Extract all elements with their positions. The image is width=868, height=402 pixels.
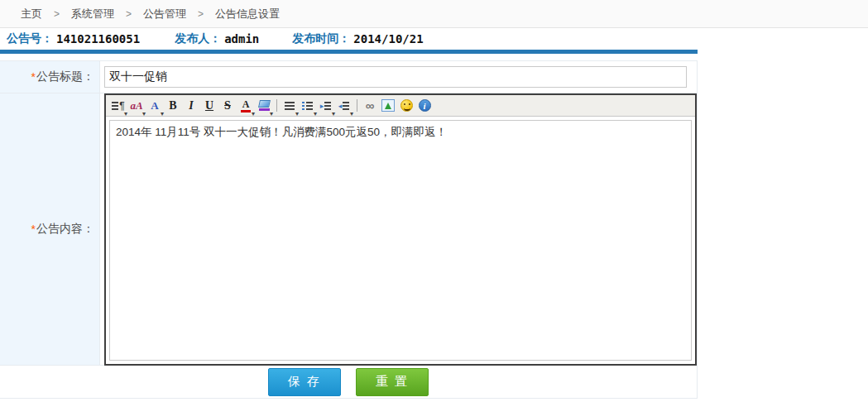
insert-image-icon[interactable] xyxy=(379,97,397,115)
notice-no-label: 公告号： xyxy=(7,31,53,46)
link-icon[interactable]: ∞ xyxy=(361,97,379,115)
breadcrumb-separator: > xyxy=(198,8,204,20)
align-icon[interactable] xyxy=(281,97,299,115)
breadcrumb-current-page: 公告信息设置 xyxy=(215,7,280,22)
toolbar-separator xyxy=(276,99,277,112)
publisher-label: 发布人： xyxy=(175,31,221,46)
emoticon-icon[interactable] xyxy=(397,97,415,115)
content-label: 公告内容： xyxy=(36,222,94,237)
content-editor-cell: ¶ aA A B I U xyxy=(100,93,697,365)
notice-no-value: 141021160051 xyxy=(56,32,140,45)
paragraph-format-icon[interactable]: ¶ xyxy=(109,97,127,115)
italic-icon[interactable]: I xyxy=(182,97,200,115)
breadcrumb-separator: > xyxy=(126,8,132,20)
required-marker: * xyxy=(31,70,36,84)
font-name-icon[interactable]: aA xyxy=(127,97,146,115)
blue-divider xyxy=(0,50,698,54)
save-button[interactable]: 保 存 xyxy=(268,368,341,396)
title-label-cell: * 公告标题： xyxy=(0,61,100,93)
list-icon[interactable] xyxy=(299,97,317,115)
paragraph-bars xyxy=(112,102,118,110)
notice-info-bar: 公告号： 141021160051 发布人： admin 发布时间： 2014/… xyxy=(0,28,698,50)
breadcrumb: 主页 > 系统管理 > 公告管理 > 公告信息设置 xyxy=(0,0,868,28)
underline-icon[interactable]: U xyxy=(200,97,218,115)
title-row: * 公告标题： xyxy=(0,61,697,93)
title-input[interactable] xyxy=(104,66,687,88)
breadcrumb-home[interactable]: 主页 xyxy=(21,7,42,22)
breadcrumb-notice-management[interactable]: 公告管理 xyxy=(143,7,186,22)
reset-button[interactable]: 重 置 xyxy=(356,368,429,396)
background-color-icon[interactable] xyxy=(255,97,273,115)
title-label: 公告标题： xyxy=(36,69,94,84)
indent-icon[interactable]: ▸ xyxy=(317,97,335,115)
title-input-cell xyxy=(100,61,697,93)
font-color-icon[interactable]: A xyxy=(237,97,255,115)
buttons-row: 保 存 重 置 xyxy=(0,366,697,398)
font-size-icon[interactable]: A xyxy=(146,97,164,115)
editor-toolbar: ¶ aA A B I U xyxy=(106,95,695,117)
content-label-cell: * 公告内容： xyxy=(0,93,100,365)
breadcrumb-system-management[interactable]: 系统管理 xyxy=(71,7,114,22)
publish-time-value: 2014/10/21 xyxy=(353,32,423,45)
content-row: * 公告内容： ¶ aA A B xyxy=(0,93,697,366)
outdent-icon[interactable]: ◂ xyxy=(335,97,353,115)
publisher-value: admin xyxy=(224,32,259,45)
editor-content-area[interactable]: 2014年 11月11号 双十一大促销！凡消费满500元返50，即满即返！ xyxy=(109,120,692,361)
rich-text-editor: ¶ aA A B I U xyxy=(104,93,697,366)
strikethrough-icon[interactable]: S xyxy=(218,97,237,115)
required-marker: * xyxy=(31,223,36,236)
breadcrumb-separator: > xyxy=(54,8,60,20)
notice-form: * 公告标题： * 公告内容： ¶ aA xyxy=(0,60,698,399)
bold-icon[interactable]: B xyxy=(164,97,182,115)
about-info-icon[interactable]: i xyxy=(415,97,434,115)
toolbar-separator xyxy=(357,99,357,112)
publish-time-label: 发布时间： xyxy=(292,31,350,46)
editor-body-wrap: 2014年 11月11号 双十一大促销！凡消费满500元返50，即满即返！ xyxy=(106,117,695,364)
